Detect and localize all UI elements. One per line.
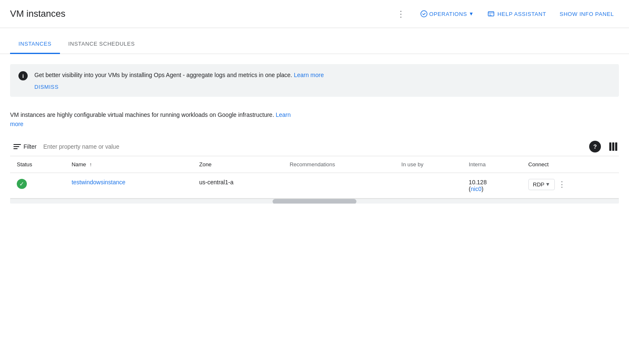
col-header-internal: Interna (462, 156, 522, 173)
cell-recommendations (283, 173, 395, 198)
tab-instances[interactable]: INSTANCES (10, 35, 60, 54)
horizontal-scrollbar[interactable] (10, 199, 619, 204)
show-info-panel-button[interactable]: SHOW INFO PANEL (555, 8, 619, 21)
info-banner: i Get better visibility into your VMs by… (10, 64, 619, 97)
columns-icon[interactable] (608, 141, 619, 152)
table: Status Name ↑ Zone Recommendations In us… (10, 156, 619, 199)
dismiss-button[interactable]: DISMISS (34, 84, 59, 90)
col-header-recommendations: Recommendations (283, 156, 395, 173)
page-title: VM instances (10, 8, 387, 19)
filter-button[interactable]: Filter (10, 141, 40, 152)
col-header-zone: Zone (192, 156, 283, 173)
chevron-down-icon: ▼ (469, 11, 474, 17)
header-actions: OPERATIONS ▼ HELP ASSISTANT SHOW INFO PA… (415, 7, 619, 21)
main-content: i Get better visibility into your VMs by… (0, 64, 629, 204)
svg-point-0 (421, 11, 427, 17)
col-header-name[interactable]: Name ↑ (65, 156, 192, 173)
filter-label: Filter (23, 143, 36, 150)
scrollbar-thumb[interactable] (273, 199, 356, 204)
help-assistant-icon (487, 10, 495, 18)
tab-instance-schedules[interactable]: INSTANCE SCHEDULES (60, 35, 143, 54)
help-assistant-button[interactable]: HELP ASSISTANT (482, 7, 551, 21)
cell-internal: 10.128 (nic0) (462, 173, 522, 198)
page-description: VM instances are highly configurable vir… (10, 110, 304, 129)
page-header: VM instances ⋮ OPERATIONS ▼ HELP ASSISTA… (0, 0, 629, 28)
operations-icon (420, 10, 428, 18)
status-running-icon: ✓ (17, 179, 27, 189)
instance-name-link[interactable]: testwindowsinstance (72, 179, 125, 186)
nic-link[interactable]: nic0 (471, 186, 482, 192)
banner-learn-more-link[interactable]: Learn more (294, 72, 324, 78)
col-header-connect: Connect (522, 156, 619, 173)
banner-text: Get better visibility into your VMs by i… (34, 71, 611, 80)
table-body: ✓ testwindowsinstance us-central1-a (10, 173, 619, 198)
banner-content: Get better visibility into your VMs by i… (34, 71, 611, 90)
info-icon: i (18, 71, 28, 80)
table-row: ✓ testwindowsinstance us-central1-a (10, 173, 619, 198)
sort-arrow-icon: ↑ (89, 162, 92, 168)
table-header: Status Name ↑ Zone Recommendations In us… (10, 156, 619, 173)
cell-name: testwindowsinstance (65, 173, 192, 198)
cell-zone: us-central1-a (192, 173, 283, 198)
filter-bar: Filter ? (10, 141, 619, 156)
rdp-button[interactable]: RDP ▼ (528, 179, 555, 190)
help-circle-icon[interactable]: ? (589, 141, 601, 152)
cell-status: ✓ (10, 173, 65, 198)
filter-right-actions: ? (589, 141, 619, 152)
col-header-in-use-by: In use by (395, 156, 462, 173)
col-header-status: Status (10, 156, 65, 173)
operations-button[interactable]: OPERATIONS ▼ (415, 7, 479, 21)
filter-input[interactable] (43, 143, 586, 150)
row-more-icon[interactable]: ⋮ (558, 180, 566, 189)
instances-table: Status Name ↑ Zone Recommendations In us… (10, 156, 619, 199)
cell-in-use-by (395, 173, 462, 198)
rdp-dropdown-icon: ▼ (545, 181, 550, 187)
filter-icon (13, 144, 21, 149)
cell-connect: RDP ▼ ⋮ (522, 173, 619, 198)
tab-bar: INSTANCES INSTANCE SCHEDULES (0, 35, 629, 54)
more-options-icon[interactable]: ⋮ (393, 7, 408, 21)
